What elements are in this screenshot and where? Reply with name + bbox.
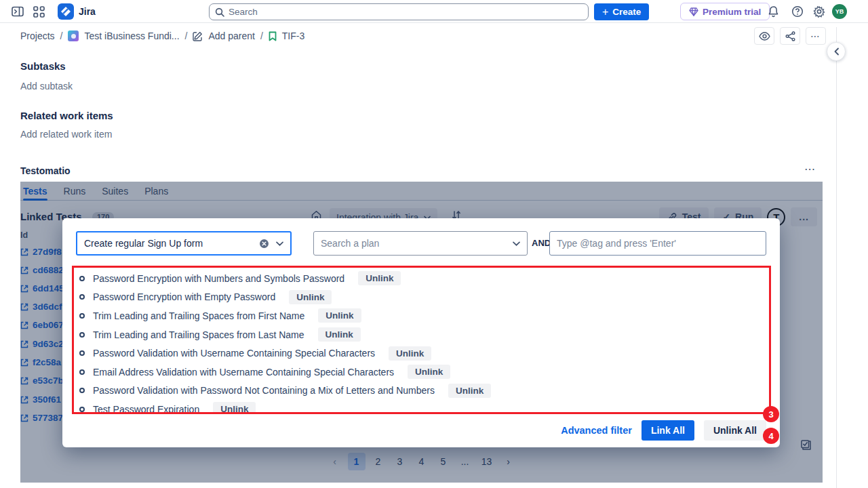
watch-eye-icon[interactable] xyxy=(754,27,774,45)
jira-page: Jira + Create Premium trial YB xyxy=(0,0,868,488)
unlink-button[interactable]: Unlink xyxy=(213,402,256,414)
plan-search-input[interactable] xyxy=(314,238,513,249)
link-all-button[interactable]: Link All xyxy=(642,420,694,441)
list-item: Trim Leading and Trailing Spaces from La… xyxy=(79,325,766,344)
chevron-down-icon[interactable] xyxy=(276,241,283,246)
share-icon[interactable] xyxy=(780,27,800,45)
test-filter-select[interactable] xyxy=(76,231,292,256)
more-actions-icon[interactable]: ⋯ xyxy=(806,27,826,45)
breadcrumb-issue-key[interactable]: TIF-3 xyxy=(282,30,304,41)
test-bullet-icon xyxy=(79,350,85,356)
premium-trial-button[interactable]: Premium trial xyxy=(680,3,770,20)
link-tests-modal: AND AND Password Encryption with Numbers… xyxy=(62,218,780,447)
list-item: Password Validation with Username Contai… xyxy=(79,344,766,363)
test-bullet-icon xyxy=(79,369,85,375)
advanced-filter-link[interactable]: Advanced filter xyxy=(561,425,632,436)
top-navigation-bar: Jira + Create Premium trial YB xyxy=(0,0,868,23)
test-bullet-icon xyxy=(79,276,85,281)
list-item: Password Encryption with Empty Password … xyxy=(79,288,766,307)
tag-filter-field[interactable] xyxy=(549,231,766,256)
collapse-panel-icon[interactable] xyxy=(827,42,846,61)
list-item: Password Validation with Password Not Co… xyxy=(79,382,766,401)
list-item: Email Address Validation with Username C… xyxy=(79,363,766,382)
project-avatar-icon xyxy=(68,30,79,41)
sidebar-toggle-icon[interactable] xyxy=(11,5,24,18)
clear-icon[interactable] xyxy=(259,239,269,249)
testomatio-heading: Testomatio xyxy=(20,165,71,176)
breadcrumb-project[interactable]: Test iBusiness Fundi... xyxy=(84,30,179,41)
plan-filter-select[interactable] xyxy=(313,231,528,256)
gem-icon xyxy=(689,7,698,16)
testomatio-more-icon[interactable]: ⋯ xyxy=(804,163,816,176)
annotation-step-3: 3 xyxy=(763,406,779,422)
add-subtask-link[interactable]: Add subtask xyxy=(20,81,73,92)
breadcrumb-projects[interactable]: Projects xyxy=(20,30,55,41)
annotation-step-4: 4 xyxy=(763,428,779,444)
annotation-highlight-box: Password Encryption with Numbers and Sym… xyxy=(72,266,771,414)
unlink-button[interactable]: Unlink xyxy=(389,346,431,361)
list-item: Trim Leading and Trailing Spaces from Fi… xyxy=(79,306,766,325)
breadcrumb: Projects / Test iBusiness Fundi... / Add… xyxy=(20,27,304,45)
search-icon xyxy=(215,7,224,17)
chevron-down-icon[interactable] xyxy=(513,241,520,246)
breadcrumb-separator: / xyxy=(60,30,63,41)
breadcrumb-add-parent[interactable]: Add parent xyxy=(208,30,255,41)
plus-icon: + xyxy=(602,7,608,18)
search-input[interactable] xyxy=(229,7,583,17)
unlink-button[interactable]: Unlink xyxy=(408,365,450,379)
global-search[interactable] xyxy=(209,3,589,20)
modal-footer: Advanced filter Link All Unlink All xyxy=(561,420,766,441)
list-item: Test Password Expiration Unlink xyxy=(79,400,766,414)
test-bullet-icon xyxy=(79,388,85,393)
unlink-button[interactable]: Unlink xyxy=(358,271,401,285)
user-avatar[interactable]: YB xyxy=(832,4,847,19)
app-switcher-icon[interactable] xyxy=(32,5,45,18)
unlink-button[interactable]: Unlink xyxy=(318,308,361,323)
unlink-button[interactable]: Unlink xyxy=(289,290,332,304)
test-bullet-icon xyxy=(79,294,85,300)
app-title: Jira xyxy=(79,6,96,17)
linked-test-list: Password Encryption with Numbers and Sym… xyxy=(79,269,766,414)
test-bullet-icon xyxy=(79,313,85,319)
help-icon[interactable] xyxy=(791,5,804,18)
jira-logo-icon[interactable] xyxy=(58,3,74,20)
unlink-button[interactable]: Unlink xyxy=(318,327,361,342)
subtasks-heading: Subtasks xyxy=(20,60,66,72)
tag-input[interactable] xyxy=(550,238,766,249)
test-bullet-icon xyxy=(79,407,85,412)
add-related-link[interactable]: Add related work item xyxy=(20,129,112,140)
related-work-heading: Related work items xyxy=(20,110,113,121)
list-item: Password Encryption with Numbers and Sym… xyxy=(79,269,766,288)
unlink-button[interactable]: Unlink xyxy=(448,384,491,398)
filter-row: AND AND xyxy=(62,231,780,256)
unlink-all-button[interactable]: Unlink All xyxy=(704,420,766,441)
edit-icon xyxy=(193,31,203,41)
test-filter-input[interactable] xyxy=(77,238,259,249)
create-button[interactable]: + Create xyxy=(594,3,649,20)
notifications-icon[interactable] xyxy=(766,5,780,18)
test-bullet-icon xyxy=(79,332,85,338)
bookmark-icon xyxy=(269,31,277,41)
right-rail-divider xyxy=(836,27,837,488)
issue-actions: ⋯ xyxy=(754,27,826,45)
settings-gear-icon[interactable] xyxy=(812,5,826,18)
and-operator: AND xyxy=(532,238,551,248)
